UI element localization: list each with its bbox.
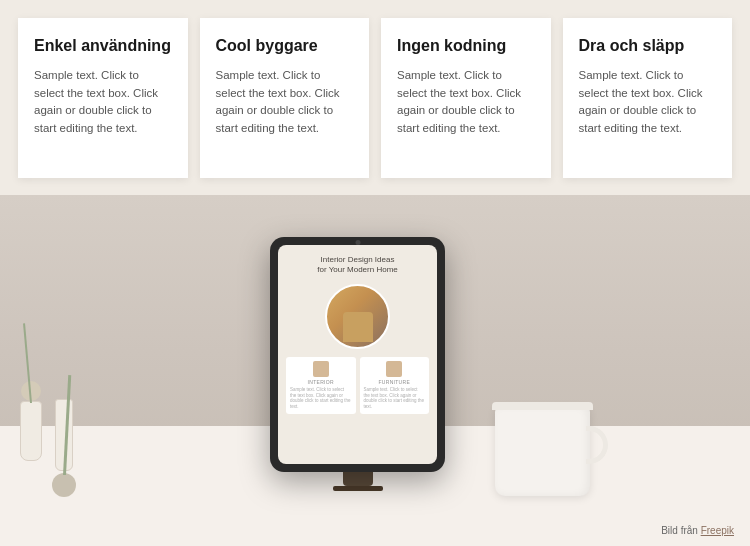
card-2-body: Sample text. Click to select the text bo… <box>216 67 354 138</box>
interior-text: Sample text. Click to select the text bo… <box>290 387 352 410</box>
vase-left <box>20 381 42 461</box>
interior-icon <box>313 361 329 377</box>
vase-body <box>20 401 42 461</box>
interior-label: INTERIOR <box>290 379 352 385</box>
furniture-icon <box>386 361 402 377</box>
card-3: Ingen kodning Sample text. Click to sele… <box>381 18 551 178</box>
mug-container <box>495 406 590 496</box>
card-2-title: Cool byggare <box>216 36 354 57</box>
card-4-title: Dra och släpp <box>579 36 717 57</box>
tablet-base <box>333 486 383 491</box>
mug <box>495 406 590 496</box>
mug-rim <box>492 402 593 410</box>
tablet-screen: Interior Design Ideasfor Your Modern Hom… <box>278 245 437 464</box>
furniture-label: FURNITURE <box>364 379 426 385</box>
card-1: Enkel användning Sample text. Click to s… <box>18 18 188 178</box>
credit-text: Bild från <box>661 525 700 536</box>
card-4: Dra och släpp Sample text. Click to sele… <box>563 18 733 178</box>
tablet-category-furniture: FURNITURE Sample text. Click to select t… <box>360 357 430 414</box>
card-3-title: Ingen kodning <box>397 36 535 57</box>
tablet-title: Interior Design Ideasfor Your Modern Hom… <box>286 255 429 276</box>
tall-flower-head <box>52 473 76 497</box>
cards-row: Enkel användning Sample text. Click to s… <box>18 18 732 178</box>
credit-link[interactable]: Freepik <box>701 525 734 536</box>
tablet-stand <box>343 472 373 486</box>
tablet-camera <box>355 240 360 245</box>
card-2: Cool byggare Sample text. Click to selec… <box>200 18 370 178</box>
tablet: Interior Design Ideasfor Your Modern Hom… <box>270 237 445 472</box>
card-1-title: Enkel användning <box>34 36 172 57</box>
vase-right <box>52 375 76 471</box>
tablet-hero-image <box>325 284 390 349</box>
tablet-categories-row: INTERIOR Sample text. Click to select th… <box>286 357 429 414</box>
card-4-body: Sample text. Click to select the text bo… <box>579 67 717 138</box>
card-1-body: Sample text. Click to select the text bo… <box>34 67 172 138</box>
tablet-container: Interior Design Ideasfor Your Modern Hom… <box>270 237 445 491</box>
card-3-body: Sample text. Click to select the text bo… <box>397 67 535 138</box>
tablet-vase-decoration <box>343 312 373 342</box>
furniture-text: Sample text. Click to select the text bo… <box>364 387 426 410</box>
image-credit: Bild från Freepik <box>661 525 734 536</box>
tablet-category-interior: INTERIOR Sample text. Click to select th… <box>286 357 356 414</box>
tablet-screen-content: Interior Design Ideasfor Your Modern Hom… <box>278 245 437 420</box>
